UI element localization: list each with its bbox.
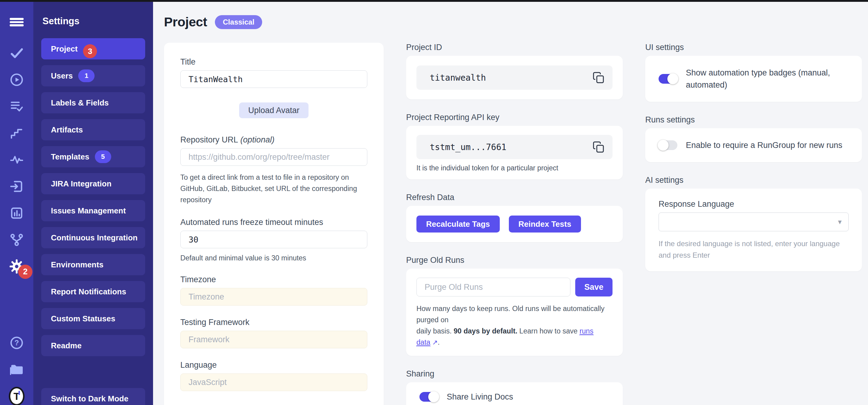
testing-framework-input[interactable] — [180, 331, 367, 348]
page-title: Project — [164, 14, 207, 29]
automation-badges-label: Show automation type badges (manual, aut… — [686, 67, 848, 91]
testing-framework-label: Testing Framework — [180, 318, 367, 327]
steps-icon[interactable] — [9, 126, 25, 140]
refresh-data-card: Recalculate Tags Reindex Tests — [406, 206, 623, 242]
title-input[interactable] — [180, 70, 367, 88]
hamburger-menu-icon[interactable] — [9, 15, 25, 29]
sidebar-item-project[interactable]: Project 3 — [41, 38, 145, 59]
repository-url-help: To get a direct link from a test to file… — [180, 172, 367, 206]
runs-settings-label: Runs settings — [645, 115, 862, 125]
project-id-label: Project ID — [406, 43, 623, 52]
sidebar-item-continuous-integration[interactable]: Continuous Integration — [41, 227, 145, 248]
users-count-badge: 1 — [78, 69, 95, 82]
runs-settings-card: Enable to require a RunGroup for new run… — [645, 128, 862, 162]
list-check-icon[interactable] — [9, 99, 25, 113]
ui-settings-label: UI settings — [645, 43, 862, 52]
activity-pulse-icon[interactable] — [9, 153, 25, 167]
sidebar-item-environments[interactable]: Environments — [41, 254, 145, 275]
project-id-field: titanwealth — [416, 65, 613, 90]
folder-icon[interactable] — [9, 363, 25, 376]
external-link-icon: ↗ — [432, 339, 438, 346]
automation-badges-toggle[interactable] — [658, 74, 677, 84]
gear-icon[interactable]: 2 — [9, 259, 25, 274]
window-top-edge — [0, 0, 868, 2]
templates-count-badge: 5 — [95, 150, 111, 163]
ui-settings-card: Show automation type badges (manual, aut… — [645, 56, 862, 102]
app-root: 2 ? T Settings Project 3 — [0, 0, 868, 405]
freeze-timeout-input[interactable] — [180, 231, 367, 248]
purge-old-runs-label: Purge Old Runs — [406, 255, 623, 265]
ai-settings-label: AI settings — [645, 176, 862, 185]
language-label: Language — [180, 361, 367, 370]
svg-text:?: ? — [14, 339, 19, 347]
api-key-field: tstmt_um...7661 — [416, 135, 613, 159]
sidebar-item-jira-integration[interactable]: JIRA Integration — [41, 173, 145, 194]
api-key-card: tstmt_um...7661 It is the individual tok… — [406, 126, 623, 180]
sidebar-title: Settings — [41, 16, 145, 27]
project-type-badge: Classical — [215, 15, 262, 29]
git-branch-icon[interactable] — [9, 233, 25, 247]
share-living-docs-toggle[interactable] — [420, 392, 438, 402]
sharing-label: Sharing — [406, 369, 623, 379]
repository-url-input[interactable] — [180, 148, 367, 166]
copy-icon[interactable] — [592, 70, 605, 85]
upload-avatar-button[interactable]: Upload Avatar — [239, 102, 309, 118]
bar-chart-icon[interactable] — [9, 206, 25, 220]
sidebar-item-readme[interactable]: Readme — [41, 335, 145, 356]
gear-notification-badge: 2 — [18, 264, 32, 279]
reindex-tests-button[interactable]: Reindex Tests — [509, 216, 581, 232]
sidebar-item-issues-management[interactable]: Issues Management — [41, 200, 145, 221]
purge-old-runs-input[interactable] — [416, 278, 570, 297]
play-circle-icon[interactable] — [9, 73, 25, 87]
recalculate-tags-button[interactable]: Recalculate Tags — [416, 216, 500, 232]
rungroup-required-label: Enable to require a RunGroup for new run… — [686, 139, 842, 151]
main-content: Project Classical Title Upload Avatar Re… — [153, 0, 868, 405]
language-input[interactable] — [180, 373, 367, 391]
purge-help: How many days to keep runs. Old runs wil… — [416, 303, 613, 348]
share-living-docs-label: Share Living Docs — [447, 392, 513, 402]
api-key-value: tstmt_um...7661 — [430, 142, 592, 152]
sidebar-item-templates[interactable]: Templates 5 — [41, 146, 145, 167]
sidebar-item-custom-statuses[interactable]: Custom Statuses — [41, 308, 145, 329]
api-key-help: It is the individual token for a particu… — [416, 164, 613, 172]
rungroup-required-toggle[interactable] — [658, 141, 677, 150]
purge-old-runs-card: Save How many days to keep runs. Old run… — [406, 269, 623, 356]
api-key-label: Project Reporting API key — [406, 113, 623, 122]
ai-settings-card: Response Language ▾ If the desired langu… — [645, 189, 862, 271]
sign-in-icon[interactable] — [9, 180, 25, 193]
chevron-down-icon: ▾ — [838, 218, 842, 226]
copy-icon[interactable] — [592, 140, 605, 154]
sidebar-item-artifacts[interactable]: Artifacts — [41, 119, 145, 141]
sidebar-item-labels-fields[interactable]: Labels & Fields — [41, 92, 145, 113]
response-language-label: Response Language — [658, 199, 848, 209]
settings-sidebar: Settings Project 3 Users 1 Labels & Fiel… — [33, 0, 153, 405]
repository-url-label: Repository URL (optional) — [180, 135, 367, 145]
project-id-value: titanwealth — [430, 73, 592, 83]
freeze-timeout-label: Automated runs freeze timeout minutes — [180, 218, 367, 227]
annotation-badge-3: 3 — [83, 44, 97, 58]
sidebar-item-dark-mode[interactable]: Switch to Dark Mode — [41, 388, 145, 405]
response-language-select[interactable]: ▾ — [658, 213, 848, 231]
freeze-timeout-help: Default and minimal value is 30 minutes — [180, 253, 367, 263]
project-id-card: titanwealth — [406, 56, 623, 99]
check-icon[interactable] — [9, 46, 25, 60]
sidebar-item-report-notifications[interactable]: Report Notifications — [41, 281, 145, 302]
timezone-input[interactable] — [180, 288, 367, 306]
refresh-data-label: Refresh Data — [406, 193, 623, 202]
response-language-help: If the desired language is not listed, e… — [658, 238, 848, 261]
project-form-card: Title Upload Avatar Repository URL (opti… — [164, 43, 384, 405]
sharing-card: Share Living Docs https://beta.testomat.… — [406, 382, 623, 405]
avatar[interactable]: T — [9, 389, 25, 403]
timezone-label: Timezone — [180, 275, 367, 284]
title-label: Title — [180, 57, 367, 67]
purge-save-button[interactable]: Save — [575, 278, 613, 297]
sidebar-item-users[interactable]: Users 1 — [41, 65, 145, 86]
help-circle-icon[interactable]: ? — [9, 336, 25, 350]
icon-rail: 2 ? T — [0, 0, 33, 405]
